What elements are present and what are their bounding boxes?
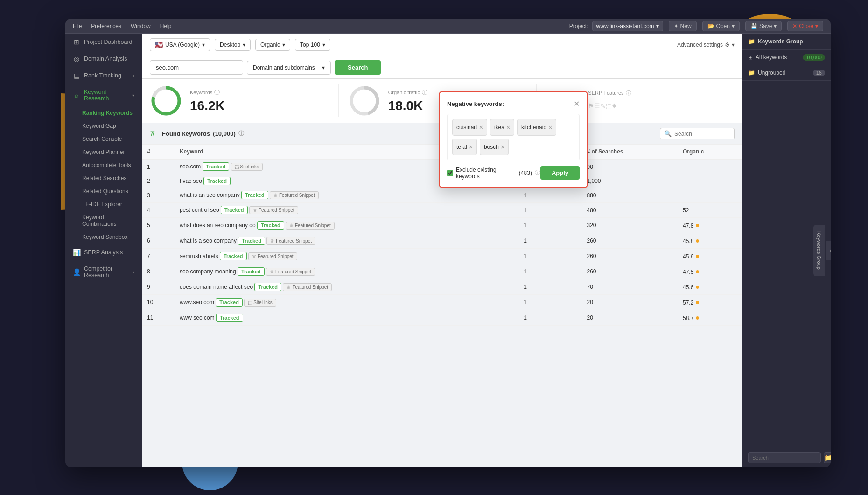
tag-cuisinart-remove[interactable]: × xyxy=(479,124,483,131)
sidebar-item-competitor-research[interactable]: 👤 Competitor Research › xyxy=(65,261,142,283)
cell-organic: 45.6 ● xyxy=(678,279,742,295)
neg-keywords-area[interactable]: cuisinart × ikea × kitchenaid × tefal × … xyxy=(447,114,580,160)
crown-icon: ♛ xyxy=(289,223,294,228)
right-panel-folder-button[interactable]: 📁 xyxy=(824,452,831,463)
neg-popup-close-button[interactable]: ✕ xyxy=(574,99,580,108)
table-row: 9 does domain name affect seo Tracked ♛ … xyxy=(142,279,742,295)
new-button[interactable]: ✦ New xyxy=(669,21,697,31)
search-type-dropdown[interactable]: Organic ▾ xyxy=(255,39,290,51)
sidebar-sub-keyword-combinations[interactable]: Keyword Combinations xyxy=(65,211,142,230)
competitor-arrow: › xyxy=(133,270,134,275)
col-num: # xyxy=(142,145,175,159)
app-window: File Preferences Window Help Project: ww… xyxy=(65,19,831,467)
cell-keyword: what does an seo company do Tracked ♛ Fe… xyxy=(175,218,519,233)
cell-keyword: semrush ahrefs Tracked ♛ Featured Snippe… xyxy=(175,249,519,264)
domain-search-input[interactable] xyxy=(150,60,243,75)
top-dropdown[interactable]: Top 100 ▾ xyxy=(295,39,330,51)
menu-file[interactable]: File xyxy=(73,23,82,29)
serp-badge: ♛ Featured Snippet xyxy=(248,252,297,260)
sidebar-sub-autocomplete-tools[interactable]: Autocomplete Tools xyxy=(65,159,142,172)
cell-num: 11 xyxy=(142,310,175,326)
expand-button[interactable]: ⊼ xyxy=(150,129,155,138)
cell-searches: 260 xyxy=(582,233,678,249)
tag-tefal-remove[interactable]: × xyxy=(469,144,473,150)
serp-badge: ♛ Featured Snippet xyxy=(249,206,298,214)
tracked-badge: Tracked xyxy=(221,206,248,214)
search-button[interactable]: Search xyxy=(335,60,381,75)
right-panel-search-input[interactable] xyxy=(748,452,821,463)
domain-type-select[interactable]: Domain and subdomains ▾ xyxy=(247,61,331,75)
sidebar-sub-search-console[interactable]: Search Console xyxy=(65,132,142,146)
location-dropdown[interactable]: 🇺🇸 USA (Google) ▾ xyxy=(150,38,210,51)
device-dropdown[interactable]: Desktop ▾ xyxy=(215,39,251,51)
keywords-value: 16.2K xyxy=(190,98,225,113)
cell-num: 5 xyxy=(142,218,175,233)
neg-keyword-kitchenaid: kitchenaid × xyxy=(517,119,556,136)
sidebar-item-project-dashboard[interactable]: ⊞ Project Dashboard xyxy=(65,34,142,50)
apply-button[interactable]: Apply xyxy=(540,166,580,180)
table-row: 11 www seo com Tracked 1 20 58.7 ● xyxy=(142,310,742,326)
cell-searches: 20 xyxy=(582,310,678,326)
sidebar-item-keyword-research[interactable]: ⌕ Keyword Research ▾ xyxy=(65,84,142,106)
open-button[interactable]: 📂 Open ▾ xyxy=(702,21,740,31)
cell-organic xyxy=(678,174,742,188)
menu-preferences[interactable]: Preferences xyxy=(91,23,121,29)
menu-window[interactable]: Window xyxy=(131,23,151,29)
close-button[interactable]: ✕ Close ▾ xyxy=(787,21,823,31)
menu-help[interactable]: Help xyxy=(160,23,172,29)
cell-num: 2 xyxy=(142,174,175,188)
right-panel-all-keywords[interactable]: ⊞ All keywords 10,000 xyxy=(742,50,831,65)
keywords-group-tab[interactable]: Keywords Group xyxy=(813,225,825,276)
keyword-search-input[interactable] xyxy=(674,131,730,137)
exclude-text: Exclude existing keywords xyxy=(456,167,516,180)
exclude-label[interactable]: Exclude existing keywords (483) ⓘ xyxy=(447,167,540,180)
tag-bosch-label: bosch xyxy=(484,144,499,150)
sidebar-sub-related-questions[interactable]: Related Questions xyxy=(65,185,142,198)
sidebar-sub-keyword-sandbox[interactable]: Keyword Sandbox xyxy=(65,230,142,244)
sidebar-sub-tf-idf[interactable]: TF-IDF Explorer xyxy=(65,198,142,211)
keyword-text: hvac seo xyxy=(180,178,202,184)
cell-keyword: www seo com Tracked xyxy=(175,310,519,326)
tag-kitchenaid-remove[interactable]: × xyxy=(548,124,552,131)
cell-keyword: www.seo.com Tracked ⬚ SiteLinks xyxy=(175,295,519,310)
domain-icon: ◎ xyxy=(73,55,80,63)
all-keywords-count: 10,000 xyxy=(803,54,825,61)
cell-organic: 57.2 ● xyxy=(678,295,742,310)
tag-ikea-remove[interactable]: × xyxy=(506,124,510,131)
rank-arrow: › xyxy=(133,73,134,78)
tracked-badge: Tracked xyxy=(220,252,247,260)
cell-searches: 1,000 xyxy=(582,174,678,188)
all-keywords-icon: ⊞ xyxy=(748,54,753,61)
cell-keyword: what is a seo company Tracked ♛ Featured… xyxy=(175,233,519,249)
sidebar-item-serp-analysis[interactable]: 📊 SERP Analysis xyxy=(65,244,142,261)
tracked-badge: Tracked xyxy=(216,298,243,307)
sidebar-sub-related-searches[interactable]: Related Searches xyxy=(65,172,142,185)
tag-bosch-remove[interactable]: × xyxy=(501,144,504,150)
tracked-badge: Tracked xyxy=(203,177,231,185)
tracked-badge: Tracked xyxy=(254,283,281,291)
keyword-arrow: ▾ xyxy=(132,93,134,98)
save-button[interactable]: 💾 Save ▾ xyxy=(745,21,782,31)
keyword-text: www seo com xyxy=(180,314,215,321)
cell-rank: 1 xyxy=(519,218,582,233)
cell-searches: 480 xyxy=(582,203,678,218)
sidebar-sub-ranking-keywords[interactable]: Ranking Keywords xyxy=(65,106,142,119)
col-organic: Organic xyxy=(678,145,742,159)
sidebar-sub-keyword-planner[interactable]: Keyword Planner xyxy=(65,146,142,159)
sidebar-item-rank-tracking[interactable]: ▤ Rank Tracking › xyxy=(65,67,142,84)
panel-collapse-button[interactable]: » xyxy=(826,241,831,260)
sidebar-item-domain-analysis[interactable]: ◎ Domain Analysis xyxy=(65,50,142,67)
sitelinks-icon: ⬚ xyxy=(235,164,239,169)
keyword-icon: ⌕ xyxy=(73,91,80,99)
sitelinks-icon: ⬚ xyxy=(248,300,252,305)
table-row: 4 pest control seo Tracked ♛ Featured Sn… xyxy=(142,203,742,218)
keywords-info-icon: ⓘ xyxy=(214,89,220,97)
serp-badge: ♛ Featured Snippet xyxy=(266,268,315,276)
exclude-checkbox[interactable] xyxy=(447,170,453,176)
right-panel-ungrouped[interactable]: 📁 Ungrouped 16 xyxy=(742,65,831,81)
advanced-settings[interactable]: Advanced settings ⚙ ▾ xyxy=(677,42,735,48)
project-dropdown[interactable]: www.link-assistant.com ▾ xyxy=(592,21,663,31)
sidebar-sub-keyword-gap[interactable]: Keyword Gap xyxy=(65,119,142,132)
negative-keywords-popup: Negative keywords: ✕ cuisinart × ikea × … xyxy=(439,91,588,188)
cell-searches: 260 xyxy=(582,264,678,279)
